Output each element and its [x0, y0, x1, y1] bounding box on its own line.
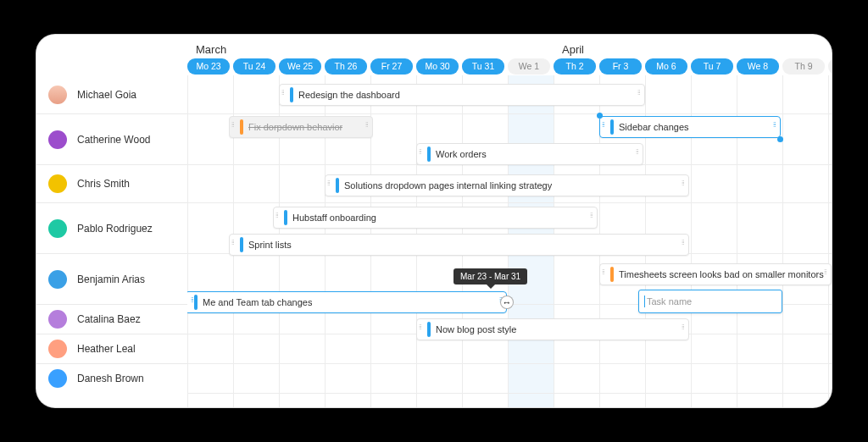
task-hubstaff-onboarding[interactable]: ::::Hubstaff onboarding::::	[273, 207, 598, 229]
avatar	[48, 174, 67, 193]
task-color-bar	[194, 295, 198, 310]
new-task-input[interactable]: Task name	[638, 290, 782, 313]
person-name: Pablo Rodriguez	[77, 223, 153, 235]
day-column-header[interactable]: Fr 3	[599, 58, 642, 75]
person-name: Chris Smith	[77, 178, 130, 190]
task-color-bar	[427, 146, 431, 162]
drag-handle-icon[interactable]: ::::	[281, 91, 287, 94]
person-name: Catalina Baez	[77, 313, 141, 325]
task-color-bar	[284, 210, 287, 225]
drag-handle-icon[interactable]: ::::	[590, 213, 595, 217]
timeline-grid[interactable]: ::::Redesign the dashboard::::::::Fix do…	[187, 75, 832, 407]
sidebar-row[interactable]: Catalina Baez	[36, 304, 187, 334]
task-me-team-tab[interactable]: ::::Me and Team tab changes::::	[187, 291, 507, 313]
drag-handle-icon[interactable]: ::::	[327, 181, 332, 185]
text-caret-icon	[644, 296, 645, 307]
drag-handle-icon[interactable]: ::::	[419, 150, 424, 153]
drag-handle-icon[interactable]: ::::	[231, 240, 236, 244]
person-name: Danesh Brown	[77, 373, 144, 384]
task-label: Timesheets screen looks bad on smaller m…	[619, 269, 824, 279]
task-solutions-dropdown[interactable]: ::::Solutions dropdown pages internal li…	[325, 174, 689, 196]
task-color-bar	[290, 87, 293, 102]
task-color-bar	[240, 119, 243, 135]
avatar	[48, 369, 67, 388]
sidebar-row[interactable]: Benjamin Arias	[36, 253, 187, 304]
day-header-row: Mo 23Tu 24We 25Th 26Fr 27Mo 30Tu 31We 1T…	[187, 58, 832, 75]
sidebar-row[interactable]: Danesh Brown	[36, 363, 187, 393]
task-label: Sprint lists	[248, 240, 292, 250]
sidebar-row[interactable]: Pablo Rodriguez	[36, 202, 187, 253]
task-color-bar	[610, 267, 614, 282]
drag-handle-icon[interactable]: ::::	[824, 270, 829, 273]
gantt-frame: Michael GoiaCatherine WoodChris SmithPab…	[36, 35, 832, 407]
drag-handle-icon[interactable]: ::::	[636, 150, 641, 153]
day-column-header[interactable]: Fr 27	[370, 58, 413, 75]
task-work-orders[interactable]: ::::Work orders::::	[416, 143, 643, 165]
day-column-header[interactable]: We 25	[279, 58, 321, 75]
day-column-header[interactable]: Fr 10	[828, 58, 832, 75]
task-timesheets-bad[interactable]: ::::Timesheets screen looks bad on small…	[599, 263, 832, 285]
task-label: Redesign the dashboard	[298, 90, 400, 100]
drag-handle-icon[interactable]: ::::	[773, 123, 778, 126]
date-range-tooltip: Mar 23 - Mar 31	[453, 268, 527, 285]
task-color-bar	[427, 322, 431, 337]
person-name: Michael Goia	[77, 89, 136, 101]
day-column-header[interactable]: Th 2	[554, 58, 596, 75]
sidebar-row[interactable]: Heather Leal	[36, 334, 187, 363]
day-column-header[interactable]: Tu 24	[233, 58, 275, 75]
month-label: March	[196, 43, 226, 56]
avatar	[48, 340, 67, 358]
day-column-header[interactable]: Mo 30	[416, 58, 459, 75]
month-label: April	[562, 43, 584, 56]
day-column-header[interactable]: Th 9	[782, 58, 825, 75]
day-column-header[interactable]: Th 26	[325, 58, 367, 75]
task-label: Now blog post style	[436, 324, 516, 334]
month-header-row: MarchApril	[187, 43, 832, 57]
task-sprint-lists[interactable]: ::::Sprint lists::::	[229, 234, 689, 256]
drag-handle-icon[interactable]: ::::	[419, 325, 424, 329]
task-fix-dropdown[interactable]: ::::Fix dorpdown behavior::::	[229, 116, 373, 138]
grid-hline	[187, 393, 832, 394]
day-column-header[interactable]: We 1	[508, 58, 550, 75]
sidebar-row[interactable]: Michael Goia	[36, 75, 187, 113]
day-column-header[interactable]: Tu 7	[691, 58, 733, 75]
avatar	[48, 219, 67, 238]
drag-handle-icon[interactable]: ::::	[191, 298, 196, 301]
drag-handle-icon[interactable]: ::::	[231, 123, 236, 126]
selection-handle-icon[interactable]	[777, 136, 783, 142]
day-column-header[interactable]: Mo 6	[645, 58, 687, 75]
day-column-header[interactable]: Tu 31	[462, 58, 504, 75]
drag-handle-icon[interactable]: ::::	[682, 181, 687, 185]
task-label: Me and Team tab changes	[203, 297, 312, 307]
task-sidebar-changes[interactable]: ::::Sidebar changes::::	[599, 116, 781, 138]
drag-handle-icon[interactable]: ::::	[275, 213, 281, 217]
timeline-area: MarchApril Mo 23Tu 24We 25Th 26Fr 27Mo 3…	[187, 35, 832, 407]
avatar	[48, 86, 67, 104]
people-sidebar: Michael GoiaCatherine WoodChris SmithPab…	[36, 75, 187, 407]
task-label: Work orders	[436, 149, 487, 159]
resize-cursor-icon[interactable]: ↔	[501, 296, 513, 308]
drag-handle-icon[interactable]: ::::	[602, 123, 607, 126]
day-column-header[interactable]: We 8	[737, 58, 779, 75]
drag-handle-icon[interactable]: ::::	[602, 270, 607, 273]
task-label: Hubstaff onboarding	[292, 213, 376, 223]
selection-handle-icon[interactable]	[597, 113, 603, 119]
day-column-header[interactable]: Mo 23	[187, 58, 230, 75]
task-redesign-dashboard[interactable]: ::::Redesign the dashboard::::	[279, 84, 645, 106]
placeholder-text: Task name	[647, 296, 692, 307]
drag-handle-icon[interactable]: ::::	[682, 325, 687, 329]
grid-vline	[782, 75, 783, 407]
drag-handle-icon[interactable]: ::::	[365, 123, 370, 126]
sidebar-row[interactable]: Chris Smith	[36, 164, 187, 202]
task-color-bar	[240, 237, 243, 252]
grid-hline	[187, 363, 832, 364]
task-blog-style[interactable]: ::::Now blog post style::::	[416, 318, 689, 340]
person-name: Benjamin Arias	[77, 273, 145, 285]
grid-vline	[828, 75, 829, 407]
grid-hline	[187, 113, 832, 114]
drag-handle-icon[interactable]: ::::	[682, 240, 687, 244]
person-name: Heather Leal	[77, 343, 136, 355]
drag-handle-icon[interactable]: ::::	[637, 91, 643, 94]
person-name: Catherine Wood	[77, 134, 151, 146]
sidebar-row[interactable]: Catherine Wood	[36, 113, 187, 164]
